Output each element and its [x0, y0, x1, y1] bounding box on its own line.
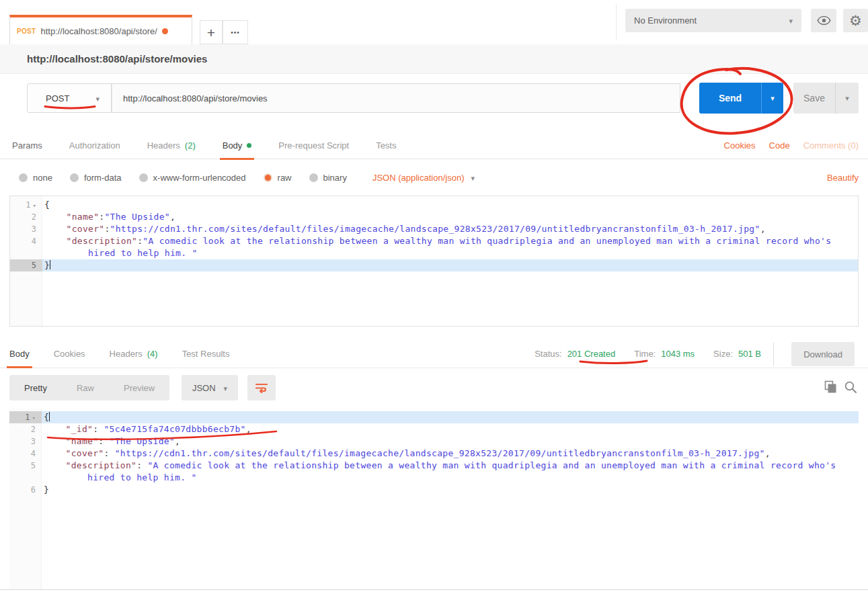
code-link[interactable]: Code — [769, 140, 790, 151]
app-header: POST http://localhost:8080/api/store/ No… — [0, 0, 868, 44]
line-number: 5 — [10, 259, 42, 271]
request-editor-line[interactable]: 4 "description":"A comedic look at the r… — [10, 235, 858, 247]
radio-x-www-form-urlencoded[interactable]: x-www-form-urlencoded — [139, 173, 246, 183]
response-tab-body[interactable]: Body — [9, 340, 30, 368]
save-button-group: Save — [793, 83, 859, 114]
radio-form-data[interactable]: form-data — [70, 173, 122, 183]
cookies-link[interactable]: Cookies — [724, 140, 756, 151]
radio-label: binary — [323, 173, 347, 183]
code-line: { — [42, 411, 50, 423]
code-token: "https://cdn1.thr.com/sites/default/file… — [110, 224, 760, 234]
fold-caret-icon[interactable] — [32, 411, 36, 424]
response-tab-headers[interactable]: Headers(4) — [110, 340, 158, 368]
tab-label: Headers — [110, 349, 143, 359]
response-tab-cookies[interactable]: Cookies — [54, 340, 85, 368]
settings-button[interactable]: ⚙ — [843, 9, 868, 32]
send-button[interactable]: Send — [699, 83, 761, 114]
code-token: , — [246, 424, 251, 434]
radio-label: x-www-form-urlencoded — [153, 173, 246, 183]
view-raw[interactable]: Raw — [77, 383, 94, 393]
code-token: : — [104, 224, 110, 234]
content-type-select[interactable]: JSON (application/json) — [372, 173, 475, 183]
tab-tests[interactable]: Tests — [376, 132, 396, 159]
search-icon — [844, 380, 857, 394]
line-number-text: 2 — [32, 211, 36, 223]
code-token: "_id" — [66, 424, 93, 434]
save-options-button[interactable] — [835, 83, 859, 114]
size-value: 501 B — [738, 349, 761, 359]
response-editor-line[interactable]: 2 "_id": "5c4e715fa74c07dbbb6ecb7b", — [9, 423, 859, 435]
request-body-editor[interactable]: 1{2 "name":"The Upside",3 "cover":"https… — [9, 196, 859, 327]
view-preview[interactable]: Preview — [124, 383, 155, 393]
body-type-radios: noneform-datax-www-form-urlencodedrawbin… — [19, 173, 347, 183]
response-tabs-list: BodyCookiesHeaders(4)Test Results — [9, 339, 229, 368]
response-tab-test-results[interactable]: Test Results — [182, 340, 230, 368]
radio-raw[interactable]: raw — [264, 173, 292, 183]
radio-dot-icon — [309, 173, 318, 182]
fold-caret-icon[interactable] — [33, 199, 36, 212]
tab-options-button[interactable] — [223, 20, 248, 44]
copy-response-button[interactable] — [824, 380, 837, 396]
size-label: Size: — [713, 349, 733, 359]
chevron-down-icon — [789, 15, 793, 26]
tab-body[interactable]: Body — [223, 132, 252, 159]
chevron-down-icon — [471, 173, 475, 183]
response-format-select[interactable]: JSON — [182, 375, 238, 400]
comments-0-link[interactable]: Comments (0) — [803, 140, 859, 151]
tab-authorization[interactable]: Authorization — [69, 132, 120, 159]
url-input[interactable] — [112, 83, 680, 113]
response-editor-line[interactable]: 4 "cover": "https://cdn1.thr.com/sites/d… — [9, 448, 859, 460]
code-line: "cover": "https://cdn1.thr.com/sites/def… — [42, 448, 771, 460]
code-token: "cover" — [67, 224, 105, 234]
request-title-bar: http://localhost:8080/api/store/movies — [0, 44, 868, 74]
content-type-value: JSON (application/json) — [372, 173, 465, 183]
code-token: } — [44, 484, 49, 495]
request-editor-line[interactable]: hired to help him. " — [10, 247, 858, 259]
tab-label: Pre-request Script — [278, 140, 349, 151]
response-view-switch: PrettyRawPreview — [9, 375, 169, 400]
tab-params[interactable]: Params — [12, 132, 42, 159]
tab-pre-request-script[interactable]: Pre-request Script — [278, 132, 349, 159]
radio-dot-icon — [70, 173, 79, 182]
radio-none[interactable]: none — [19, 173, 52, 183]
request-tab[interactable]: POST http://localhost:8080/api/store/ — [9, 15, 192, 44]
new-tab-button[interactable] — [200, 20, 223, 44]
response-editor-line[interactable]: 5 "description": "A comedic look at the … — [9, 460, 859, 472]
environment-select[interactable]: No Environment — [625, 9, 801, 32]
request-editor-line[interactable]: 2 "name":"The Upside", — [10, 211, 858, 223]
response-editor-line[interactable]: 3 "name": "The Upside", — [9, 435, 859, 448]
response-body-editor[interactable]: 1{2 "_id": "5c4e715fa74c07dbbb6ecb7b",3 … — [9, 409, 859, 589]
response-editor-line[interactable]: hired to help him. " — [9, 472, 859, 484]
tab-headers[interactable]: Headers(2) — [147, 132, 196, 159]
time-value: 1043 ms — [661, 349, 695, 359]
response-editor-line[interactable]: 1{ — [9, 411, 859, 423]
code-token: hired to help him. " — [88, 248, 198, 258]
code-token: "The Upside" — [110, 436, 175, 446]
request-editor-line[interactable]: 3 "cover":"https://cdn1.thr.com/sites/de… — [10, 223, 858, 235]
view-pretty[interactable]: Pretty — [24, 383, 47, 393]
request-editor-line[interactable]: 1{ — [10, 199, 858, 211]
code-token: : — [136, 460, 147, 470]
search-response-button[interactable] — [844, 380, 857, 396]
radio-binary[interactable]: binary — [309, 173, 347, 183]
environment-preview-button[interactable] — [811, 9, 836, 32]
code-line: hired to help him. " — [42, 247, 198, 259]
beautify-link[interactable]: Beautify — [827, 173, 859, 183]
tab-label: Body — [223, 140, 243, 151]
copy-icon — [824, 380, 837, 394]
code-token: "5c4e715fa74c07dbbb6ecb7b" — [104, 424, 245, 434]
save-button[interactable]: Save — [793, 83, 835, 114]
method-select[interactable]: POST — [27, 83, 112, 113]
divider — [773, 343, 774, 366]
line-number: 1 — [10, 199, 42, 211]
code-token: "name" — [67, 212, 100, 222]
line-number: 2 — [10, 211, 42, 223]
download-button[interactable]: Download — [791, 342, 855, 366]
send-options-button[interactable] — [761, 83, 783, 114]
request-editor-line[interactable]: 5} — [10, 259, 858, 271]
code-token — [44, 236, 67, 246]
code-token: , — [760, 224, 766, 234]
response-editor-line[interactable]: 6} — [9, 484, 859, 496]
wrap-lines-button[interactable] — [247, 375, 276, 400]
status-label: Status: — [535, 349, 561, 359]
